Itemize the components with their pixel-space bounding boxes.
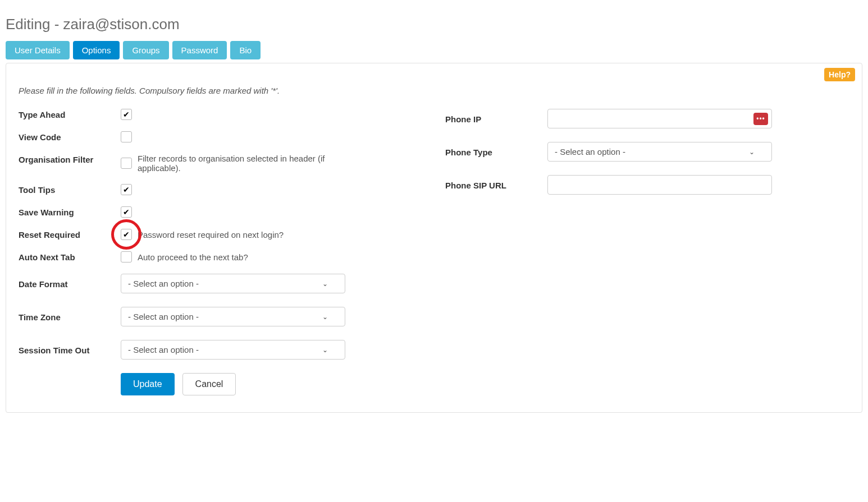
right-column: Phone IP ••• Phone Type - Select an opti… <box>445 109 849 395</box>
save-warning-checkbox[interactable] <box>121 206 132 218</box>
intro-text: Please fill in the following fields. Com… <box>19 86 849 95</box>
session-timeout-value: - Select an option - <box>128 345 199 354</box>
auto-next-tab-label: Auto Next Tab <box>19 251 121 262</box>
org-filter-checkbox[interactable] <box>121 158 132 169</box>
date-format-value: - Select an option - <box>128 279 199 288</box>
session-timeout-label: Session Time Out <box>19 344 121 355</box>
auto-next-tab-hint: Auto proceed to the next tab? <box>138 252 248 262</box>
keyboard-icon[interactable]: ••• <box>753 113 768 125</box>
cancel-button[interactable]: Cancel <box>182 373 236 395</box>
help-button[interactable]: Help? <box>824 68 855 81</box>
phone-type-select[interactable]: - Select an option - ⌄ <box>547 142 772 162</box>
phone-ip-label: Phone IP <box>445 113 547 124</box>
reset-required-hint: Password reset required on next login? <box>138 230 284 240</box>
view-code-checkbox[interactable] <box>121 131 132 142</box>
reset-required-label: Reset Required <box>19 229 121 240</box>
date-format-select[interactable]: - Select an option - ⌄ <box>121 274 345 293</box>
org-filter-label: Organisation Filter <box>19 154 121 164</box>
chevron-down-icon: ⌄ <box>322 280 328 288</box>
view-code-label: View Code <box>19 131 121 142</box>
phone-ip-field-wrap: ••• <box>547 109 772 128</box>
chevron-down-icon: ⌄ <box>322 313 328 321</box>
options-panel: Help? Please fill in the following field… <box>6 63 862 413</box>
chevron-down-icon: ⌄ <box>322 346 328 354</box>
org-filter-hint: Filter records to organisation selected … <box>138 154 362 173</box>
reset-required-checkbox[interactable] <box>121 229 132 240</box>
tab-groups[interactable]: Groups <box>123 41 168 59</box>
tool-tips-label: Tool Tips <box>19 184 121 195</box>
tab-bio[interactable]: Bio <box>230 41 261 59</box>
auto-next-tab-checkbox[interactable] <box>121 251 132 262</box>
page-title: Editing - zaira@stison.com <box>6 16 862 33</box>
session-timeout-select[interactable]: - Select an option - ⌄ <box>121 340 345 360</box>
time-zone-select[interactable]: - Select an option - ⌄ <box>121 307 345 326</box>
phone-ip-input[interactable] <box>554 112 753 126</box>
time-zone-value: - Select an option - <box>128 312 199 321</box>
phone-sip-url-label: Phone SIP URL <box>445 179 547 190</box>
tab-user-details[interactable]: User Details <box>6 41 70 59</box>
left-column: Type Ahead View Code Organisation Filter… <box>19 109 423 395</box>
phone-type-label: Phone Type <box>445 146 547 157</box>
phone-sip-url-input[interactable] <box>547 175 772 195</box>
type-ahead-checkbox[interactable] <box>121 109 132 120</box>
save-warning-label: Save Warning <box>19 206 121 217</box>
tab-password[interactable]: Password <box>172 41 227 59</box>
time-zone-label: Time Zone <box>19 311 121 322</box>
tab-bar: User Details Options Groups Password Bio <box>6 41 862 59</box>
type-ahead-label: Type Ahead <box>19 109 121 119</box>
tool-tips-checkbox[interactable] <box>121 184 132 195</box>
date-format-label: Date Format <box>19 278 121 289</box>
update-button[interactable]: Update <box>121 373 175 395</box>
tab-options[interactable]: Options <box>73 41 120 59</box>
chevron-down-icon: ⌄ <box>749 148 755 156</box>
phone-type-value: - Select an option - <box>555 147 625 156</box>
